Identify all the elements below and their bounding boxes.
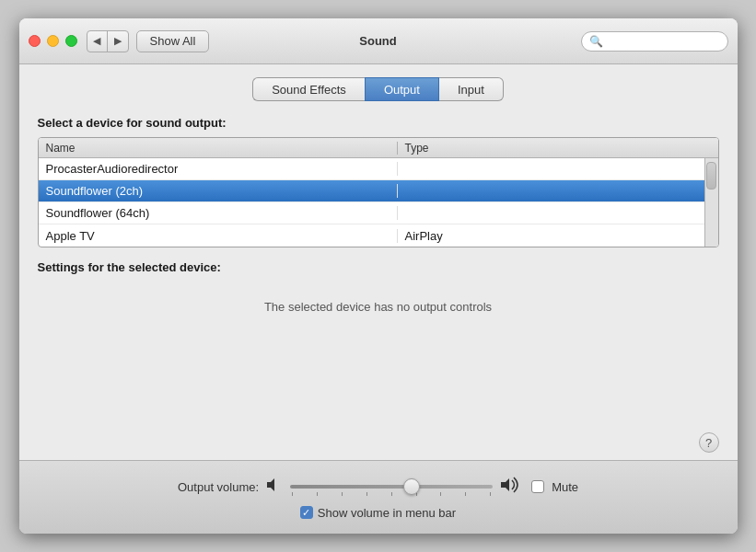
volume-label: Output volume: bbox=[178, 480, 259, 494]
tick bbox=[465, 492, 466, 496]
slider-ticks bbox=[290, 492, 493, 496]
window-title: Sound bbox=[359, 34, 396, 48]
device-name-cell: Soundflower (2ch) bbox=[39, 184, 398, 198]
volume-row: Output volume: bbox=[178, 476, 578, 499]
table-row[interactable]: Soundflower (2ch) bbox=[39, 180, 704, 202]
content-area: Sound Effects Output Input Select a devi… bbox=[19, 64, 738, 460]
close-button[interactable] bbox=[29, 35, 41, 47]
search-box[interactable]: 🔍 bbox=[581, 31, 728, 52]
minimize-button[interactable] bbox=[47, 35, 59, 47]
tab-input[interactable]: Input bbox=[439, 77, 504, 101]
list-body: ProcasterAudioredirector Soundflower (2c… bbox=[39, 158, 704, 247]
settings-heading: Settings for the selected device: bbox=[38, 260, 719, 274]
table-row[interactable]: Apple TV AirPlay bbox=[39, 224, 704, 247]
tick bbox=[317, 492, 318, 496]
tab-bar: Sound Effects Output Input bbox=[38, 77, 719, 101]
maximize-button[interactable] bbox=[65, 35, 77, 47]
window-controls bbox=[29, 35, 77, 47]
table-row[interactable]: Soundflower (64ch) bbox=[39, 202, 704, 224]
show-volume-row: ✓ Show volume in menu bar bbox=[300, 506, 456, 520]
table-row[interactable]: ProcasterAudioredirector bbox=[39, 158, 704, 180]
scrollbar[interactable] bbox=[704, 158, 718, 247]
tab-output[interactable]: Output bbox=[365, 77, 439, 101]
tick bbox=[342, 492, 343, 496]
help-button[interactable]: ? bbox=[699, 432, 719, 453]
show-all-button[interactable]: Show All bbox=[136, 30, 210, 52]
device-section-heading: Select a device for sound output: bbox=[38, 116, 719, 130]
svg-marker-0 bbox=[267, 478, 274, 491]
tick bbox=[490, 492, 491, 496]
tab-sound-effects[interactable]: Sound Effects bbox=[252, 77, 365, 101]
help-area: ? bbox=[38, 432, 719, 460]
tick bbox=[292, 492, 293, 496]
tick bbox=[391, 492, 392, 496]
slider-thumb[interactable] bbox=[403, 478, 420, 495]
show-volume-label: Show volume in menu bar bbox=[318, 506, 456, 520]
forward-arrow[interactable]: ▶ bbox=[108, 31, 128, 52]
device-name-cell: Soundflower (64ch) bbox=[39, 206, 398, 220]
volume-slider[interactable] bbox=[290, 478, 493, 495]
back-arrow[interactable]: ◀ bbox=[87, 31, 108, 52]
device-type-cell: AirPlay bbox=[398, 229, 704, 243]
search-input[interactable] bbox=[607, 35, 717, 48]
search-icon: 🔍 bbox=[589, 35, 603, 48]
main-window: ◀ ▶ Show All Sound 🔍 Sound Effects Outpu… bbox=[19, 18, 738, 534]
slider-track bbox=[290, 485, 493, 489]
mute-checkbox[interactable] bbox=[531, 480, 544, 493]
svg-marker-1 bbox=[501, 478, 509, 491]
column-type-header: Type bbox=[398, 142, 704, 155]
show-volume-checkbox[interactable]: ✓ bbox=[300, 506, 313, 519]
tick bbox=[366, 492, 367, 496]
settings-section: Settings for the selected device: The se… bbox=[38, 260, 719, 460]
device-list-header: Name Type bbox=[39, 138, 718, 158]
column-name-header: Name bbox=[39, 142, 398, 155]
nav-arrows: ◀ ▶ bbox=[87, 30, 129, 52]
list-with-scrollbar: ProcasterAudioredirector Soundflower (2c… bbox=[39, 158, 718, 247]
bottom-bar: Output volume: bbox=[19, 460, 738, 534]
mute-label: Mute bbox=[552, 480, 578, 494]
device-name-cell: ProcasterAudioredirector bbox=[39, 162, 398, 176]
titlebar: ◀ ▶ Show All Sound 🔍 bbox=[19, 18, 738, 64]
tick bbox=[440, 492, 441, 496]
volume-low-icon bbox=[266, 477, 283, 497]
device-name-cell: Apple TV bbox=[39, 229, 398, 243]
volume-high-icon bbox=[500, 476, 524, 499]
no-controls-message: The selected device has no output contro… bbox=[38, 300, 719, 314]
device-list: Name Type ProcasterAudioredirector Sound… bbox=[38, 137, 719, 247]
